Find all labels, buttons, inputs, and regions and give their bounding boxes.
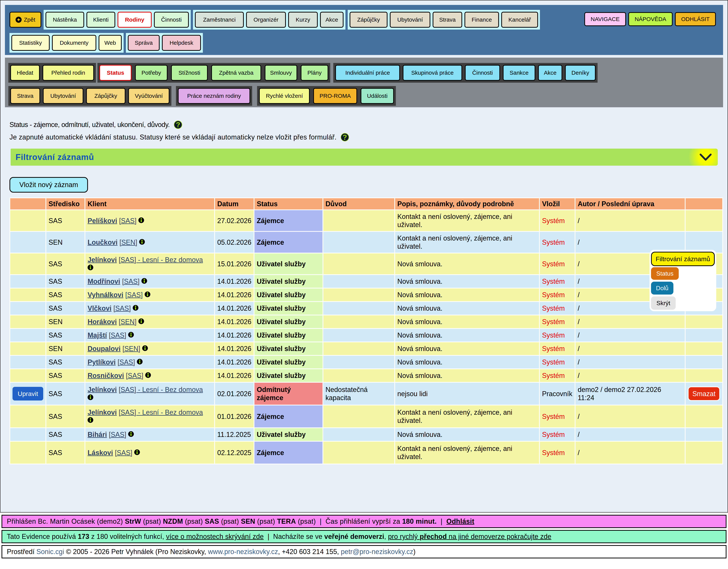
svg-text:?: ? <box>343 133 347 141</box>
svg-text:?: ? <box>176 121 180 129</box>
